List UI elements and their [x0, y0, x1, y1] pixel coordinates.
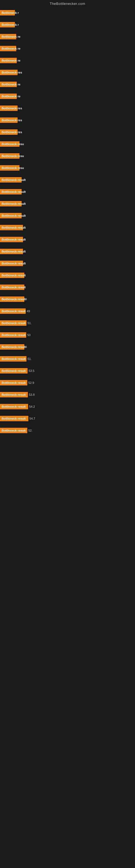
bar-label: Bottleneck r: [0, 10, 15, 16]
bar-container: Bottleneck re: [0, 46, 135, 51]
bar-label: Bottleneck result: [0, 189, 21, 194]
bar-value: 51.: [28, 357, 32, 361]
bar-container: Bottleneck result: [0, 201, 135, 207]
table-row: Bottleneck resu: [0, 150, 135, 162]
bar-container: Bottleneck re: [0, 94, 135, 99]
table-row: Bottleneck result: [0, 186, 135, 198]
bar-label: Bottleneck result: [0, 344, 24, 350]
table-row: Bottleneck resu: [0, 162, 135, 174]
bar-label: Bottleneck result: [0, 237, 23, 242]
bar-value: 49: [27, 310, 30, 313]
table-row: Bottleneck result: [0, 174, 135, 186]
bar-label: Bottleneck resu: [0, 153, 19, 159]
table-row: Bottleneck result: [0, 222, 135, 234]
bar-label: Bottleneck resu: [0, 165, 19, 170]
table-row: Bottleneck result53.5: [0, 365, 135, 377]
bar-container: Bottleneck result51.: [0, 320, 135, 326]
bar-label: Bottleneck result: [0, 297, 24, 302]
bar-label: Bottleneck result: [0, 416, 28, 421]
table-row: Bottleneck result52.9: [0, 377, 135, 389]
bar-label: Bottleneck result: [0, 428, 27, 433]
site-title: TheBottlenecker.com: [0, 0, 135, 7]
bar-container: Bottleneck result52.9: [0, 380, 135, 385]
table-row: Bottleneck result: [0, 269, 135, 281]
bar-container: Bottleneck result51.: [0, 356, 135, 362]
table-row: Bottleneck res: [0, 126, 135, 138]
bar-label: Bottleneck re: [0, 82, 17, 87]
table-row: Bottleneck result53.8: [0, 389, 135, 401]
table-row: Bottleneck res: [0, 102, 135, 114]
bar-container: Bottleneck result: [0, 284, 135, 290]
bar-value: 4: [26, 298, 27, 301]
bar-container: Bottleneck result: [0, 225, 135, 230]
bar-label: Bottleneck result: [0, 404, 28, 409]
bar-label: Bottleneck re: [0, 58, 17, 63]
bar-container: Bottleneck resu: [0, 153, 135, 159]
bar-label: Bottleneck result: [0, 249, 23, 254]
bar-container: Bottleneck result: [0, 261, 135, 266]
table-row: Bottleneck result51.: [0, 317, 135, 329]
table-row: Bottleneck result: [0, 257, 135, 269]
bar-label: Bottleneck result: [0, 332, 26, 338]
bar-label: Bottleneck res: [0, 118, 17, 123]
table-row: Bottleneck resu: [0, 138, 135, 150]
bar-container: Bottleneck result4: [0, 344, 135, 350]
table-row: Bottleneck result54.7: [0, 412, 135, 425]
bar-container: Bottleneck re: [0, 82, 135, 87]
table-row: Bottleneck res: [0, 66, 135, 79]
bar-container: Bottleneck result: [0, 189, 135, 194]
table-row: Bottleneck result51.: [0, 353, 135, 365]
bar-container: Bottleneck result54.7: [0, 416, 135, 421]
table-row: Bottleneck result: [0, 198, 135, 210]
table-row: Bottleneck result: [0, 281, 135, 293]
bar-label: Bottleneck result: [0, 308, 26, 314]
bar-container: Bottleneck result: [0, 273, 135, 278]
bar-container: Bottleneck re: [0, 34, 135, 39]
bar-container: Bottleneck result: [0, 237, 135, 242]
bar-container: Bottleneck result4: [0, 297, 135, 302]
bar-container: Bottleneck r: [0, 10, 135, 16]
bar-value: 4: [26, 345, 27, 348]
bar-value: 53.8: [29, 393, 35, 396]
bar-value: 53.5: [29, 369, 34, 372]
bar-label: Bottleneck resu: [0, 141, 19, 147]
bar-container: Bottleneck result53.8: [0, 392, 135, 397]
table-row: Bottleneck re: [0, 90, 135, 102]
bar-label: Bottleneck res: [0, 129, 17, 135]
bar-value: 51.: [28, 321, 32, 325]
bar-container: Bottleneck result: [0, 213, 135, 218]
bar-container: Bottleneck result: [0, 177, 135, 183]
bar-label: Bottleneck r: [0, 22, 15, 27]
bar-container: Bottleneck res: [0, 70, 135, 75]
table-row: Bottleneck result4: [0, 293, 135, 305]
table-row: Bottleneck result52.: [0, 425, 135, 436]
table-row: Bottleneck result50: [0, 329, 135, 341]
bar-label: Bottleneck result: [0, 320, 27, 326]
bar-container: Bottleneck result50: [0, 332, 135, 338]
bar-label: Bottleneck result: [0, 201, 21, 207]
bar-container: Bottleneck result52.: [0, 428, 135, 433]
table-row: Bottleneck re: [0, 42, 135, 55]
table-row: Bottleneck r: [0, 7, 135, 19]
bar-container: Bottleneck result53.5: [0, 368, 135, 373]
table-row: Bottleneck re: [0, 31, 135, 42]
bar-container: Bottleneck result: [0, 249, 135, 254]
table-row: Bottleneck res: [0, 114, 135, 126]
table-row: Bottleneck re: [0, 55, 135, 66]
table-row: Bottleneck result54.2: [0, 401, 135, 412]
bar-label: Bottleneck result: [0, 213, 21, 218]
bar-container: Bottleneck resu: [0, 141, 135, 147]
table-row: Bottleneck result: [0, 246, 135, 257]
bar-value: 52.9: [28, 381, 34, 384]
table-row: Bottleneck r: [0, 19, 135, 31]
bar-label: Bottleneck res: [0, 70, 17, 75]
bar-value: 54.7: [30, 417, 35, 420]
bar-container: Bottleneck re: [0, 58, 135, 63]
bar-container: Bottleneck resu: [0, 165, 135, 170]
bar-value: 54.2: [29, 405, 35, 408]
bar-label: Bottleneck result: [0, 273, 24, 278]
table-row: Bottleneck result: [0, 210, 135, 222]
bar-value: 52.: [28, 429, 32, 432]
table-row: Bottleneck result4: [0, 341, 135, 353]
bar-label: Bottleneck result: [0, 380, 27, 385]
